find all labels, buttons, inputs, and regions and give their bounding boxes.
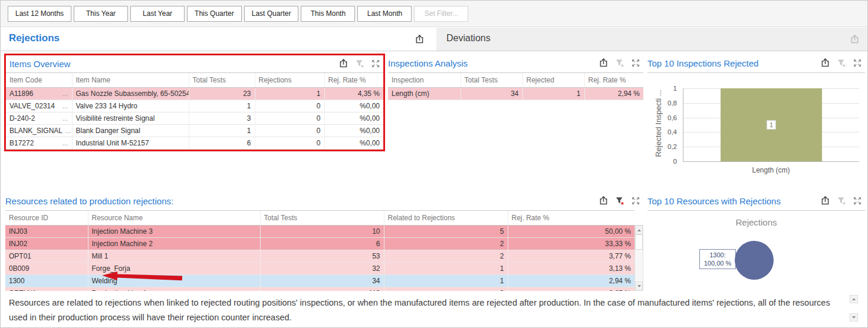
total-tests-cell: 10 xyxy=(260,226,384,238)
filter-button-this-month[interactable]: This Month xyxy=(301,6,355,22)
tab-rejections[interactable]: Rejections xyxy=(9,32,60,44)
table-row[interactable]: OPT01 Mill 1 53 2 3,77 % xyxy=(5,250,634,263)
vertical-scrollbar[interactable] xyxy=(634,225,643,291)
item-name-cell: Blank Danger Signal xyxy=(72,125,189,137)
total-tests-cell: 1 xyxy=(189,125,255,137)
column-header-related-to-rejections[interactable]: Related to Rejections xyxy=(384,211,508,226)
clear-filter-icon[interactable] xyxy=(614,57,625,68)
column-header-resource-id[interactable]: Resource ID xyxy=(5,211,88,226)
filter-button-last-quarter[interactable]: Last Quarter xyxy=(244,6,299,22)
rej-rate-cell: 3,13 % xyxy=(508,263,634,275)
scroll-up-arrow[interactable] xyxy=(635,226,643,234)
rej-rate-cell: %0,00 xyxy=(324,125,383,137)
filter-button-last-year[interactable]: Last Year xyxy=(130,6,185,22)
bar-chart: Rejected Inspecti ... 1 0,8 0,6 0,4 0,2 … xyxy=(647,73,865,183)
total-tests-cell: 113 xyxy=(260,287,384,291)
table-row[interactable]: VALVE_02314... Valve 233 14 Hydro 1 0 %0… xyxy=(6,100,383,112)
table-row[interactable]: D-240-2... Visibilité restreinte Signal … xyxy=(6,112,383,125)
row-ellipsis[interactable]: ... xyxy=(65,127,71,135)
rejections-cell: 0 xyxy=(255,125,324,137)
column-header-item-name[interactable]: Item Name xyxy=(72,73,189,88)
row-ellipsis[interactable]: ... xyxy=(62,90,68,98)
bar-length-cm[interactable]: 1 xyxy=(721,88,823,161)
export-icon[interactable] xyxy=(598,57,609,68)
inspection-cell: Length (cm) xyxy=(388,88,461,100)
maximize-icon[interactable] xyxy=(851,57,863,68)
export-icon[interactable] xyxy=(820,57,831,68)
export-icon[interactable] xyxy=(820,195,831,206)
filter-button-last-month[interactable]: Last Month xyxy=(357,6,412,22)
total-tests-cell: 1 xyxy=(189,100,255,112)
tab-deviations[interactable]: Deviations xyxy=(436,28,867,51)
resources-table-viewport: Resource ID Resource Name Total Tests Re… xyxy=(5,210,643,291)
row-ellipsis[interactable]: ... xyxy=(62,139,68,147)
clear-filter-icon[interactable] xyxy=(614,195,625,206)
table-row[interactable]: OPTLN1 Production Line 1 113 3 2,65 % xyxy=(5,287,634,291)
row-ellipsis[interactable]: ... xyxy=(62,114,68,122)
resource-name-cell: Injection Machine 3 xyxy=(88,226,260,238)
table-row[interactable]: B17272... Industrial Unit M-52157 6 0 %0… xyxy=(6,137,383,150)
filter-button-last-12-months[interactable]: Last 12 Months xyxy=(8,6,71,22)
rejections-cell: 0 xyxy=(255,100,324,112)
table-row[interactable]: INJ03 Injection Machine 3 10 5 50,00 % xyxy=(5,226,634,238)
panel-title: Items Overview xyxy=(9,59,70,69)
table-row-selected[interactable]: 1300 Welding 34 1 2,94 % xyxy=(5,275,634,287)
panel-title: Inspections Analysis xyxy=(388,58,468,68)
filter-button-this-quarter[interactable]: This Quarter xyxy=(187,6,242,22)
scroll-down-arrow[interactable] xyxy=(635,281,643,290)
rejections-cell: 0 xyxy=(255,137,324,150)
item-code-cell: VALVE_02314... xyxy=(6,100,72,112)
column-header-rejections[interactable]: Rejections xyxy=(255,73,324,88)
scroll-down-arrow[interactable] xyxy=(850,313,858,322)
item-code-cell: D-240-2... xyxy=(6,112,72,125)
resource-id-cell: 1300 xyxy=(5,275,88,287)
scrollbar-thumb[interactable] xyxy=(635,234,643,250)
item-code-cell: B17272... xyxy=(6,137,72,150)
column-header-inspection[interactable]: Inspection xyxy=(388,73,461,88)
maximize-icon[interactable] xyxy=(630,195,641,206)
export-icon[interactable] xyxy=(598,195,609,206)
rejections-cell: 1 xyxy=(255,88,324,100)
column-header-rej-rate[interactable]: Rej. Rate % xyxy=(324,73,383,88)
column-header-total-tests[interactable]: Total Tests xyxy=(461,73,522,88)
pie-slice-1300[interactable] xyxy=(735,241,774,280)
callout-label: 1300: xyxy=(709,251,726,259)
table-row[interactable]: Length (cm) 34 1 2,94 % xyxy=(388,88,643,100)
clear-filter-icon[interactable] xyxy=(354,58,365,69)
table-row[interactable]: INJ02 Injection Machine 2 6 2 33,33 % xyxy=(5,238,634,250)
column-header-rej-rate[interactable]: Rej. Rate % xyxy=(508,211,634,226)
column-header-item-code[interactable]: Item Code xyxy=(6,73,72,88)
export-icon[interactable] xyxy=(338,58,349,69)
maximize-icon[interactable] xyxy=(370,58,381,69)
scroll-up-arrow[interactable] xyxy=(850,295,858,303)
resource-name-cell: Injection Machine 2 xyxy=(88,238,260,250)
total-tests-cell: 23 xyxy=(189,88,255,100)
column-header-rej-rate[interactable]: Rej. Rate % xyxy=(584,73,643,88)
clear-filter-icon[interactable] xyxy=(836,195,847,206)
table-row[interactable]: 0B009 Forge_Forja 32 1 3,13 % xyxy=(5,263,634,275)
pie-slice-callout: 1300: 100,00 % xyxy=(699,249,736,269)
column-header-resource-name[interactable]: Resource Name xyxy=(88,211,260,226)
export-icon[interactable] xyxy=(414,34,425,45)
clear-filter-icon[interactable] xyxy=(836,57,847,68)
resources-panel: Resources related to production rejectio… xyxy=(5,193,643,291)
column-header-rejected[interactable]: Rejected xyxy=(522,73,584,88)
y-tick: 1 xyxy=(673,85,677,92)
export-icon[interactable] xyxy=(849,34,860,45)
total-tests-cell: 53 xyxy=(260,250,384,263)
maximize-icon[interactable] xyxy=(630,57,641,68)
row-ellipsis[interactable]: ... xyxy=(62,102,68,110)
resource-name-cell: Welding xyxy=(88,275,260,287)
column-header-total-tests[interactable]: Total Tests xyxy=(189,73,255,88)
panel-title: Top 10 Inspections Rejected xyxy=(647,58,758,68)
set-filter-button[interactable]: Set Filter... xyxy=(414,6,468,22)
rej-rate-cell: 3,77 % xyxy=(508,250,634,263)
maximize-icon[interactable] xyxy=(851,195,863,206)
table-row[interactable]: A11896... Gas Nozzle Subassembly, 65-502… xyxy=(6,88,383,100)
related-cell: 2 xyxy=(384,250,508,263)
column-header-total-tests[interactable]: Total Tests xyxy=(260,211,384,226)
filter-button-this-year[interactable]: This Year xyxy=(74,6,128,22)
callout-value: 100,00 % xyxy=(704,260,731,267)
items-overview-header: Items Overview xyxy=(6,55,383,72)
table-row[interactable]: BLANK_SIGNAL... Blank Danger Signal 1 0 … xyxy=(6,125,383,137)
